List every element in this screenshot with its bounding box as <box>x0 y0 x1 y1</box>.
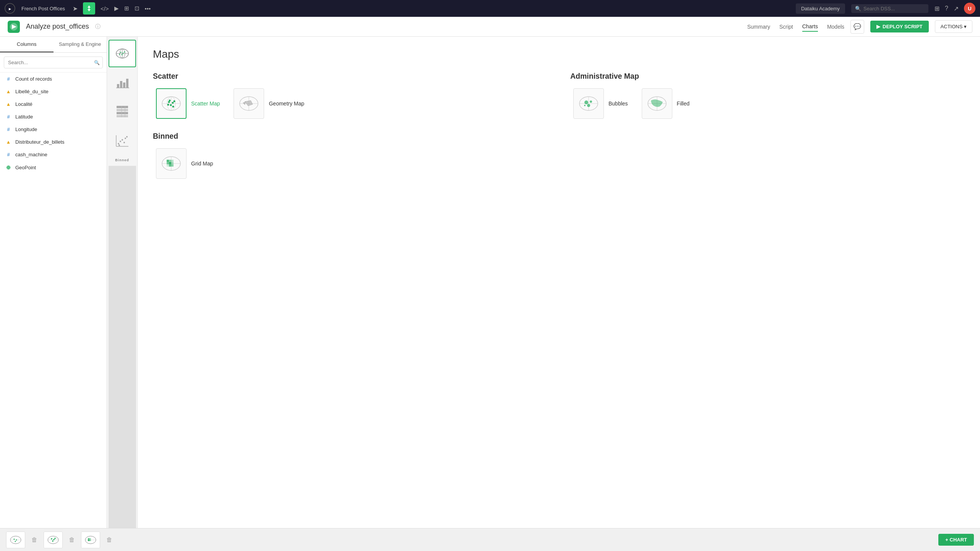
chart-type-maps[interactable] <box>109 40 136 67</box>
column-name: GeoPoint <box>15 165 36 170</box>
admin-map-section: Administrative Map <box>570 72 965 120</box>
app-logo: ▸ <box>5 3 15 14</box>
add-chart-button[interactable]: + CHART <box>938 534 974 546</box>
svg-point-40 <box>174 100 175 102</box>
other-label: Binned <box>114 156 131 164</box>
forward-icon[interactable]: ➤ <box>73 5 78 12</box>
header-nav-tabs: Summary Script Charts Models <box>747 22 844 32</box>
delete-chart-3-icon[interactable]: 🗑 <box>105 535 114 545</box>
svg-point-79 <box>54 538 56 539</box>
scatter-map-icon <box>160 92 183 115</box>
chart-type-scatter[interactable] <box>109 127 136 154</box>
numeric-icon: # <box>5 114 11 120</box>
svg-point-73 <box>15 541 16 542</box>
bubbles-option[interactable]: Bubbles <box>570 87 631 120</box>
chart-type-gray-area <box>109 166 136 548</box>
filled-option[interactable]: Filled <box>639 87 693 120</box>
chart-selection-panel: Maps Scatter <box>138 37 980 551</box>
active-plugin-icon[interactable] <box>83 2 95 15</box>
bottom-chart-thumb-2[interactable] <box>44 532 63 548</box>
fullscreen-icon[interactable]: ⊡ <box>135 5 140 12</box>
svg-rect-68 <box>171 164 174 167</box>
string-icon: ▲ <box>5 139 11 145</box>
column-search-input[interactable] <box>4 57 103 68</box>
svg-point-77 <box>53 539 55 540</box>
help-icon[interactable]: ? <box>945 5 948 12</box>
list-item[interactable]: # cash_machine <box>0 148 107 161</box>
list-item[interactable]: # Longitude <box>0 123 107 136</box>
svg-point-43 <box>169 100 171 102</box>
list-item[interactable]: ⊕ GeoPoint <box>0 161 107 174</box>
tab-summary[interactable]: Summary <box>747 22 770 31</box>
bottom-chart-thumb-3[interactable] <box>81 532 100 548</box>
tab-script[interactable]: Script <box>779 22 793 31</box>
dataiku-logo-icon <box>10 23 18 31</box>
geometry-map-icon <box>237 92 260 115</box>
numeric-icon: # <box>5 152 11 157</box>
geometry-map-option[interactable]: Geometry Map <box>230 87 307 120</box>
svg-point-38 <box>172 102 174 104</box>
binned-section-label: Binned <box>153 132 965 141</box>
search-input[interactable] <box>863 6 925 11</box>
deploy-script-button[interactable]: ▶ DEPLOY SCRIPT <box>870 21 929 32</box>
svg-point-39 <box>170 104 172 106</box>
list-item[interactable]: # Count of records <box>0 73 107 85</box>
list-item[interactable]: # Latitude <box>0 110 107 123</box>
code-icon[interactable]: </> <box>101 5 109 12</box>
numeric-icon: # <box>5 126 11 132</box>
info-icon[interactable]: ⓘ <box>95 23 101 30</box>
list-item[interactable]: ▲ Localité <box>0 98 107 110</box>
svg-point-51 <box>590 100 592 103</box>
geometry-map-label: Geometry Map <box>269 100 304 107</box>
play-icon[interactable]: ▶ <box>114 5 119 12</box>
chart-type-sidebar: Binned <box>107 37 138 551</box>
grid-map-option[interactable]: Grid Map <box>153 147 216 180</box>
chevron-down-icon: ▾ <box>964 24 967 29</box>
bottom-chart-thumb-1[interactable] <box>6 532 25 548</box>
project-name: French Post Offices <box>21 6 65 11</box>
svg-rect-20 <box>117 112 128 114</box>
top-nav-icons: ➤ </> ▶ ⊞ ⊡ ••• <box>73 2 151 15</box>
tab-columns[interactable]: Columns <box>0 37 54 52</box>
svg-rect-19 <box>117 109 128 111</box>
search-box[interactable]: 🔍 <box>851 4 928 13</box>
more-icon[interactable]: ••• <box>145 5 151 12</box>
svg-point-53 <box>584 105 586 106</box>
svg-point-28 <box>125 138 126 139</box>
column-name: Latitude <box>15 114 33 120</box>
tab-models[interactable]: Models <box>827 22 844 31</box>
actions-button[interactable]: ACTIONS ▾ <box>935 20 972 33</box>
svg-rect-13 <box>117 84 119 88</box>
grid-map-thumbnail <box>156 148 187 179</box>
tab-charts[interactable]: Charts <box>802 22 818 32</box>
delete-chart-2-icon[interactable]: 🗑 <box>67 535 76 545</box>
svg-rect-63 <box>167 162 169 164</box>
analyze-header: Analyze post_offices ⓘ Summary Script Ch… <box>0 17 980 37</box>
admin-section-label: Administrative Map <box>570 72 965 81</box>
tab-sampling[interactable]: Sampling & Engine <box>54 37 107 52</box>
column-name: Count of records <box>15 76 52 82</box>
grid-map-icon <box>160 152 183 175</box>
publish-icon[interactable]: ⊞ <box>124 5 129 12</box>
numeric-icon: # <box>5 76 11 82</box>
binned-section: Binned <box>153 132 965 180</box>
list-item[interactable]: ▲ Distributeur_de_billets <box>0 136 107 148</box>
comment-button[interactable]: 💬 <box>850 20 864 34</box>
svg-rect-14 <box>120 81 122 88</box>
bubbles-icon <box>577 92 600 115</box>
avatar[interactable]: U <box>964 3 975 14</box>
grid-icon <box>115 104 130 119</box>
academy-button[interactable]: Dataiku Academy <box>796 3 845 14</box>
dataiku-logo <box>8 21 20 33</box>
analytics-icon[interactable]: ↗ <box>954 5 959 12</box>
chart-type-grid[interactable] <box>109 98 136 125</box>
search-icon: 🔍 <box>855 6 861 11</box>
scatter-icon <box>115 133 130 148</box>
svg-rect-18 <box>117 106 128 108</box>
list-item[interactable]: ▲ Libellé_du_site <box>0 85 107 98</box>
scatter-map-option[interactable]: Scatter Map <box>153 87 223 120</box>
apps-grid-icon[interactable]: ⊞ <box>935 5 939 12</box>
delete-chart-1-icon[interactable]: 🗑 <box>30 535 39 545</box>
column-name: Libellé_du_site <box>15 89 49 94</box>
chart-type-bars[interactable] <box>109 69 136 96</box>
